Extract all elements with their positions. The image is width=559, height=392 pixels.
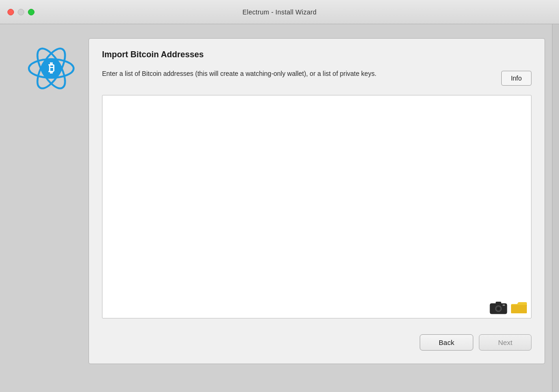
wizard-container: ₿ Import Bitcoin Addresses Enter a list …	[14, 38, 545, 364]
maximize-button[interactable]	[28, 9, 34, 15]
traffic-lights	[7, 9, 34, 15]
window-scrollbar	[552, 24, 559, 392]
next-button[interactable]: Next	[479, 334, 532, 351]
minimize-button[interactable]	[18, 9, 24, 15]
address-input[interactable]	[102, 95, 532, 318]
content-panel: Import Bitcoin Addresses Enter a list of…	[89, 38, 545, 364]
bottom-nav: Back Next	[102, 330, 532, 351]
textarea-wrapper	[102, 95, 532, 318]
svg-rect-10	[503, 304, 505, 306]
logo-area: ₿	[14, 38, 89, 94]
svg-rect-9	[496, 302, 501, 304]
electrum-logo-icon: ₿	[26, 43, 77, 94]
description-text: Enter a list of Bitcoin addresses (this …	[102, 69, 494, 79]
svg-point-8	[497, 307, 500, 310]
close-button[interactable]	[7, 9, 14, 15]
panel-title: Import Bitcoin Addresses	[102, 50, 532, 60]
window-title: Electrum - Install Wizard	[242, 8, 316, 16]
info-button[interactable]: Info	[501, 71, 532, 86]
main-content: ₿ Import Bitcoin Addresses Enter a list …	[0, 24, 559, 392]
back-button[interactable]: Back	[420, 334, 473, 351]
title-bar: Electrum - Install Wizard	[0, 0, 559, 24]
textarea-icons	[490, 300, 528, 315]
description-row: Enter a list of Bitcoin addresses (this …	[102, 69, 532, 86]
camera-icon[interactable]	[490, 300, 507, 315]
svg-text:₿: ₿	[48, 61, 55, 75]
folder-icon[interactable]	[510, 300, 528, 315]
